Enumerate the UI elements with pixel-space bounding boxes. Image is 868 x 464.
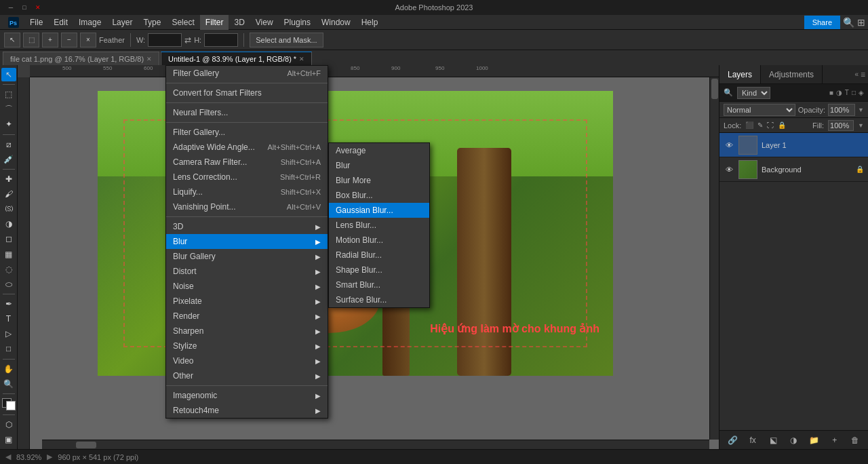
menu-filter[interactable]: Filter bbox=[200, 15, 229, 30]
filter-gallery2-item[interactable]: Filter Gallery... bbox=[166, 125, 328, 140]
delete-layer-icon[interactable]: 🗑 bbox=[848, 433, 862, 447]
lock-artboard-icon[interactable]: ⛶ bbox=[767, 121, 774, 129]
share-button[interactable]: Share bbox=[804, 16, 840, 29]
menu-type[interactable]: Type bbox=[138, 15, 166, 30]
layer-item-layer1[interactable]: 👁 Layer 1 bbox=[719, 133, 868, 157]
lasso-tool[interactable]: ⌒ bbox=[1, 102, 16, 116]
new-group-icon[interactable]: 📁 bbox=[808, 433, 821, 447]
fill-input[interactable] bbox=[828, 120, 854, 131]
shape-tool[interactable]: □ bbox=[1, 342, 16, 355]
hand-tool[interactable]: ✋ bbox=[1, 362, 16, 375]
blur-only-item[interactable]: Blur bbox=[329, 158, 429, 173]
surface-blur-item[interactable]: Surface Blur... bbox=[329, 292, 429, 307]
box-blur-item[interactable]: Box Blur... bbox=[329, 188, 429, 203]
text-tool[interactable]: T bbox=[1, 312, 16, 326]
tab-close-1[interactable]: ✕ bbox=[146, 56, 152, 62]
menu-edit[interactable]: Edit bbox=[48, 15, 73, 30]
move-tool[interactable]: ↖ bbox=[1, 68, 16, 81]
gaussian-blur-item[interactable]: Gaussian Blur... bbox=[329, 203, 429, 218]
panel-tab-adjustments[interactable]: Adjustments bbox=[761, 65, 823, 83]
blur-item[interactable]: Blur ▶ bbox=[166, 234, 328, 249]
panel-menu-icon[interactable]: ≡ bbox=[861, 70, 865, 79]
average-item[interactable]: Average bbox=[329, 143, 429, 158]
distort-item[interactable]: Distort ▶ bbox=[166, 264, 328, 279]
convert-smart-filters-item[interactable]: Convert for Smart Filters bbox=[166, 85, 328, 100]
panel-tab-layers[interactable]: Layers bbox=[719, 65, 761, 83]
lens-blur-item[interactable]: Lens Blur... bbox=[329, 218, 429, 233]
pen-tool[interactable]: ✒ bbox=[1, 297, 16, 311]
camera-raw-item[interactable]: Camera Raw Filter... Shift+Ctrl+A bbox=[166, 155, 328, 170]
history-tool[interactable]: ◑ bbox=[1, 217, 16, 231]
lock-pixels-icon[interactable]: ⬛ bbox=[745, 121, 753, 129]
filter-gallery-item[interactable]: Filter Gallery Alt+Ctrl+F bbox=[166, 66, 328, 81]
clone-tool[interactable]: 🄢 bbox=[1, 202, 16, 216]
other-item[interactable]: Other ▶ bbox=[166, 368, 328, 383]
width-input[interactable] bbox=[148, 33, 182, 47]
lock-all-icon[interactable]: 🔒 bbox=[778, 121, 786, 129]
select-mask-button[interactable]: Select and Mask... bbox=[250, 33, 323, 47]
dodge-tool[interactable]: ⬭ bbox=[1, 277, 16, 291]
swap-icon[interactable]: ⇄ bbox=[184, 35, 191, 45]
opacity-arrow[interactable]: ▼ bbox=[858, 107, 864, 113]
crop-tool[interactable]: ⧄ bbox=[1, 137, 16, 151]
eraser-tool[interactable]: ◻ bbox=[1, 232, 16, 246]
prev-arrow[interactable]: ◀ bbox=[5, 452, 11, 461]
fill-arrow[interactable]: ▼ bbox=[858, 122, 864, 129]
shape-icon[interactable]: □ bbox=[852, 89, 856, 96]
lock-position-icon[interactable]: ✎ bbox=[757, 121, 763, 129]
zoom-tool[interactable]: 🔍 bbox=[1, 377, 16, 391]
stylize-item[interactable]: Stylize ▶ bbox=[166, 339, 328, 353]
kind-select[interactable]: Kind bbox=[737, 87, 770, 99]
type-icon[interactable]: T bbox=[845, 89, 849, 96]
video-item[interactable]: Video ▶ bbox=[166, 353, 328, 368]
magic-wand-tool[interactable]: ✦ bbox=[1, 117, 16, 131]
liquify-item[interactable]: Liquify... Shift+Ctrl+X bbox=[166, 185, 328, 199]
adjust-icon[interactable]: ◑ bbox=[836, 89, 842, 96]
smart-blur-item[interactable]: Smart Blur... bbox=[329, 277, 429, 292]
motion-blur-item[interactable]: Motion Blur... bbox=[329, 233, 429, 248]
healing-tool[interactable]: ✚ bbox=[1, 172, 16, 186]
menu-layer[interactable]: Layer bbox=[106, 15, 138, 30]
3d-item[interactable]: 3D ▶ bbox=[166, 219, 328, 234]
win-close[interactable]: ✕ bbox=[33, 2, 43, 13]
add-btn[interactable]: + bbox=[42, 33, 58, 47]
menu-view[interactable]: View bbox=[250, 15, 279, 30]
brush-tool[interactable]: 🖌 bbox=[1, 187, 16, 201]
vanishing-point-item[interactable]: Vanishing Point... Alt+Ctrl+V bbox=[166, 199, 328, 214]
v-scrollbar[interactable] bbox=[709, 77, 719, 440]
marquee-tool[interactable]: ⬚ bbox=[1, 88, 16, 101]
menu-select[interactable]: Select bbox=[166, 15, 199, 30]
adaptive-wide-item[interactable]: Adaptive Wide Angle... Alt+Shift+Ctrl+A bbox=[166, 140, 328, 155]
edit-mode-btn[interactable]: ⬡ bbox=[1, 418, 16, 431]
menu-image[interactable]: Image bbox=[73, 15, 106, 30]
blur-tool[interactable]: ◌ bbox=[1, 263, 16, 276]
shape-blur-item[interactable]: Shape Blur... bbox=[329, 263, 429, 277]
menu-help[interactable]: Help bbox=[356, 15, 384, 30]
radial-blur-item[interactable]: Radial Blur... bbox=[329, 248, 429, 263]
eyedropper-tool[interactable]: 💉 bbox=[1, 153, 16, 166]
menu-ps[interactable]: Ps bbox=[3, 15, 24, 30]
move-tool-btn[interactable]: ↖ bbox=[4, 33, 20, 47]
retouch4me-item[interactable]: Retouch4me ▶ bbox=[166, 403, 328, 418]
imagenomic-item[interactable]: Imagenomic ▶ bbox=[166, 388, 328, 403]
link-icon[interactable]: 🔗 bbox=[726, 433, 739, 447]
win-maximize[interactable]: □ bbox=[19, 2, 30, 13]
tab-untitled[interactable]: Untitled-1 @ 83.9% (Layer 1, RGB/8) * ✕ bbox=[161, 52, 312, 65]
tab-file-cat[interactable]: file cat 1.png @ 16.7% (Layer 1, RGB/8) … bbox=[3, 52, 159, 65]
collapse-panel-icon[interactable]: « bbox=[854, 71, 859, 78]
height-input[interactable] bbox=[204, 33, 238, 47]
new-fill-icon[interactable]: ⬕ bbox=[766, 433, 780, 447]
neural-filters-item[interactable]: Neural Filters... bbox=[166, 105, 328, 120]
blur-gallery-item[interactable]: Blur Gallery ▶ bbox=[166, 249, 328, 264]
new-layer-icon[interactable]: + bbox=[828, 433, 842, 447]
h-scrollbar[interactable] bbox=[42, 440, 709, 449]
layout-icon[interactable]: ⊞ bbox=[857, 17, 865, 28]
opacity-input[interactable] bbox=[828, 104, 855, 116]
pixel-icon[interactable]: ■ bbox=[829, 89, 833, 96]
search-icon[interactable]: 🔍 bbox=[843, 17, 854, 28]
rect-select-btn[interactable]: ⬚ bbox=[23, 33, 39, 47]
menu-plugins[interactable]: Plugins bbox=[279, 15, 316, 30]
layer-item-background[interactable]: 👁 Background 🔒 bbox=[719, 157, 868, 182]
blur-more-item[interactable]: Blur More bbox=[329, 173, 429, 188]
pixelate-item[interactable]: Pixelate ▶ bbox=[166, 294, 328, 309]
